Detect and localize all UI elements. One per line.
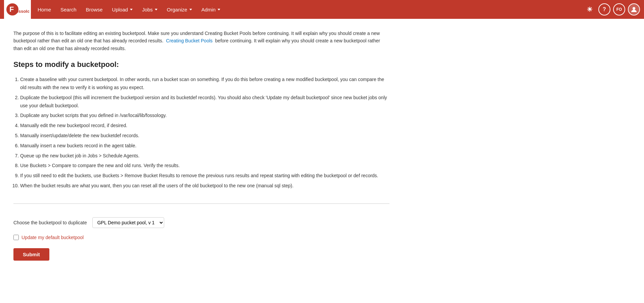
fossology-logo: F ossology <box>6 3 29 16</box>
nav-admin[interactable]: Admin <box>197 4 225 15</box>
bucketpool-select-label: Choose the bucketpool to duplicate <box>13 220 87 225</box>
nav-upload[interactable]: Upload <box>108 4 137 15</box>
main-content: The purpose of this is to facilitate edi… <box>0 19 403 288</box>
nav-jobs[interactable]: Jobs <box>138 4 162 15</box>
steps-list: Create a baseline with your current buck… <box>20 76 389 190</box>
section-divider <box>13 203 389 204</box>
creating-bucket-pools-link[interactable]: Creating Bucket Pools <box>166 38 213 43</box>
submit-button[interactable]: Submit <box>13 248 49 261</box>
step-item: Duplicate the bucketpool (this will incr… <box>20 94 389 110</box>
form-section: Choose the bucketpool to duplicate GPL D… <box>13 217 389 267</box>
navbar: F ossology Home Search Browse Upload Job… <box>0 0 644 19</box>
logo-container[interactable]: F ossology <box>4 0 31 19</box>
update-default-checkbox[interactable] <box>13 235 19 240</box>
bucketpool-select[interactable]: GPL Demo pucket pool, v 1 <box>92 217 164 228</box>
intro-paragraph: The purpose of this is to facilitate edi… <box>13 30 389 52</box>
update-default-label[interactable]: Update my default bucketpool <box>21 235 84 240</box>
nav-right: ☀ ? FO <box>584 3 640 15</box>
step-item: Manually insert/update/delete the new bu… <box>20 132 389 140</box>
help-button[interactable]: ? <box>598 3 610 15</box>
step-item: Use Buckets > Compare to compare the new… <box>20 162 389 170</box>
user-avatar-icon <box>631 6 637 12</box>
nav-organize[interactable]: Organize <box>163 4 196 15</box>
step-item: Manually edit the new bucketpool record,… <box>20 122 389 130</box>
svg-point-3 <box>633 7 635 10</box>
step-item: Duplicate any bucket scripts that you de… <box>20 112 389 120</box>
step-item: If you still need to edit the buckets, u… <box>20 172 389 180</box>
nav-browse[interactable]: Browse <box>82 4 107 15</box>
nav-search[interactable]: Search <box>56 4 81 15</box>
step-item: Manually insert a new buckets record in … <box>20 142 389 150</box>
step-item: Queue up the new bucket job in Jobs > Sc… <box>20 152 389 160</box>
bucketpool-select-row: Choose the bucketpool to duplicate GPL D… <box>13 217 389 228</box>
step-item: When the bucket results are what you wan… <box>20 182 389 190</box>
step-item: Create a baseline with your current buck… <box>20 76 389 92</box>
svg-text:ossology: ossology <box>16 9 29 14</box>
user-profile-button[interactable] <box>628 3 640 15</box>
nav-links: Home Search Browse Upload Jobs Organize … <box>34 4 584 15</box>
update-default-row: Update my default bucketpool <box>13 235 389 240</box>
svg-text:F: F <box>9 5 14 13</box>
nav-home[interactable]: Home <box>34 4 55 15</box>
section-title: Steps to modify a bucketpool: <box>13 60 389 69</box>
theme-toggle-button[interactable]: ☀ <box>584 3 596 15</box>
user-initials-button[interactable]: FO <box>613 3 625 15</box>
